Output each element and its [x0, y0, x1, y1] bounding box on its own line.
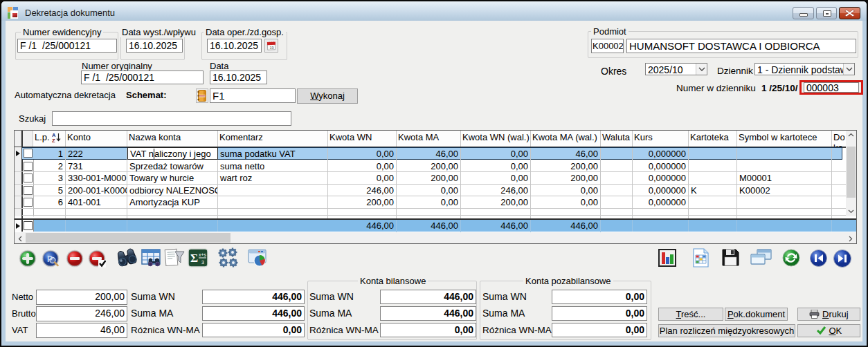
svg-text:19: 19: [270, 46, 274, 50]
svg-text:Σ: Σ: [190, 252, 198, 265]
svg-text:3: 3: [201, 260, 204, 265]
svg-text:Z: Z: [52, 138, 55, 143]
svg-text:x+s: x+s: [199, 252, 207, 257]
